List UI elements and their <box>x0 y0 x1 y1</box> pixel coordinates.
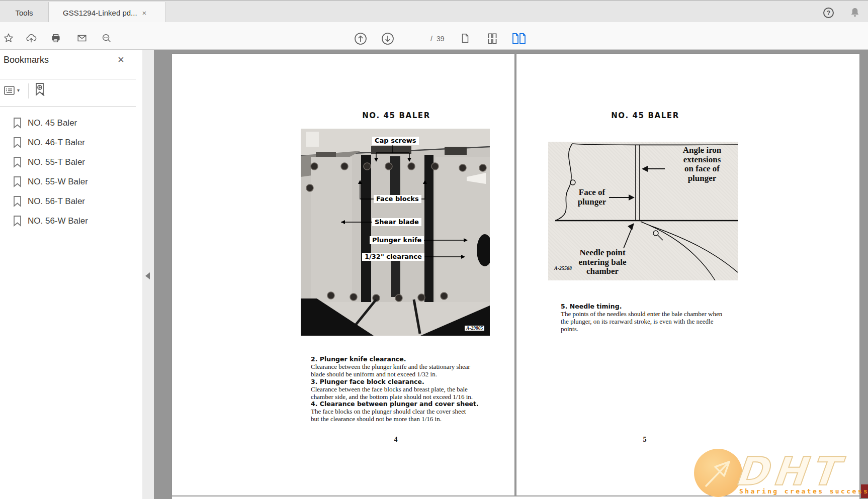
diagram-label-needle-point: Needle point entering bale chamber <box>572 248 633 276</box>
two-page-view-icon[interactable] <box>511 32 527 45</box>
watermark-slogan-text: Sharing creates success <box>739 487 868 495</box>
collapse-panel-icon[interactable] <box>145 272 150 279</box>
section-5-line: the plunger, on its rearward stroke, is … <box>561 318 736 326</box>
close-panel-icon[interactable]: × <box>118 54 124 65</box>
diagram-label-angle-iron: Angle iron extensions on face of plunger <box>669 146 735 183</box>
email-icon[interactable] <box>76 33 88 44</box>
bookmark-item-no-46t-baler[interactable]: NO. 46-T Baler <box>0 133 142 152</box>
section-3-line: chamber side, and the bottom plate shoul… <box>311 393 486 401</box>
bookmark-label: NO. 56-W Baler <box>28 216 88 226</box>
page5-text: 5. Needle timing. The points of the need… <box>561 303 736 333</box>
photo-label-clearance: 1/32" clearance <box>362 253 424 261</box>
page-total: 39 <box>437 35 445 43</box>
bookmarks-panel: Bookmarks × ▾ NO. 45 Baler NO. 46-T Bale… <box>0 50 142 499</box>
tab-tools-label: Tools <box>15 9 33 17</box>
photo-figure-id: A-29805 <box>465 326 484 331</box>
pdf-page-5: NO. 45 BALER <box>516 54 859 495</box>
bookmark-label: NO. 56-T Baler <box>28 196 85 207</box>
bookmark-item-no-56w-baler[interactable]: NO. 56-W Baler <box>0 211 142 231</box>
toolbar-separator <box>28 83 29 98</box>
bookmark-label: NO. 46-T Baler <box>28 138 85 148</box>
bookmark-label: NO. 45 Baler <box>28 118 77 128</box>
favorites-star-icon[interactable] <box>3 33 14 44</box>
section-5-line: The points of the needles should enter t… <box>561 311 736 318</box>
panel-divider-line <box>0 79 136 79</box>
baler-photo-figure: Cap screws Face blocks Shear blade Plung… <box>301 129 490 336</box>
section-2-line: Clearance between the plunger knife and … <box>311 363 486 371</box>
bookmark-label: NO. 55-T Baler <box>28 157 85 167</box>
page5-title: NO. 45 BALER <box>585 111 706 120</box>
section-2-heading: 2. Plunger knife clearance. <box>311 356 486 363</box>
print-icon[interactable] <box>50 33 61 44</box>
notifications-bell-icon[interactable] <box>849 7 861 20</box>
section-5-line: points. <box>561 326 736 333</box>
bookmark-label: NO. 55-W Baler <box>28 177 88 187</box>
search-zoom-icon[interactable] <box>101 33 112 44</box>
section-3-line: Clearance between the face blocks and br… <box>311 386 486 393</box>
tab-close-icon[interactable]: × <box>142 9 147 17</box>
panel-divider-line <box>0 106 136 107</box>
photo-label-cap-screws: Cap screws <box>372 137 419 145</box>
section-4-line: but the clearance should not be more tha… <box>311 416 486 423</box>
diagram-figure-id: A-25568 <box>554 265 572 271</box>
bookmark-item-no-55w-baler[interactable]: NO. 55-W Baler <box>0 172 142 191</box>
section-2-line: blade should be uniform and not exceed 1… <box>311 371 486 378</box>
page5-number: 5 <box>594 436 695 444</box>
previous-page-icon[interactable] <box>354 32 367 45</box>
share-upload-icon[interactable] <box>26 33 37 44</box>
tab-tools[interactable]: Tools <box>0 2 48 23</box>
bookmarks-panel-title: Bookmarks <box>4 55 49 65</box>
page4-number: 4 <box>345 436 446 444</box>
next-page-icon[interactable] <box>381 32 394 45</box>
help-icon[interactable]: ? <box>823 8 834 18</box>
tab-document-label: GSS1294-Linked pd... <box>63 9 137 17</box>
section-3-heading: 3. Plunger face block clearance. <box>311 378 486 386</box>
document-area[interactable]: NO. 45 BALER <box>154 50 868 499</box>
scrolling-view-icon[interactable] <box>486 32 499 45</box>
main-toolbar: / 39 <box>0 22 868 50</box>
bookmark-options-icon[interactable] <box>3 84 16 96</box>
page4-text: 2. Plunger knife clearance. Clearance be… <box>311 356 486 423</box>
needle-timing-diagram: Angle iron extensions on face of plunger… <box>548 142 738 280</box>
pdf-page-4: NO. 45 BALER <box>172 54 514 495</box>
bookmark-item-no-45-baler[interactable]: NO. 45 Baler <box>0 113 142 133</box>
section-4-heading: 4. Clearance between plunger and cover s… <box>311 401 486 408</box>
goto-current-bookmark-icon[interactable] <box>33 82 47 98</box>
photo-label-plunger-knife: Plunger knife <box>370 236 424 244</box>
photo-label-shear-blade: Shear blade <box>372 218 421 226</box>
options-caret-icon[interactable]: ▾ <box>17 87 20 93</box>
photo-label-face-blocks: Face blocks <box>374 195 421 203</box>
panel-resize-divider[interactable] <box>142 50 154 499</box>
page-separator: / <box>430 35 432 43</box>
section-5-heading: 5. Needle timing. <box>561 303 736 311</box>
section-4-line: The face blocks on the plunger should cl… <box>311 408 486 416</box>
next-spread-edge <box>172 496 859 499</box>
page4-title: NO. 45 BALER <box>336 111 457 120</box>
bookmark-item-no-56t-baler[interactable]: NO. 56-T Baler <box>0 191 142 211</box>
tab-bar: Tools GSS1294-Linked pd... × ? <box>0 0 868 22</box>
diagram-label-face-of-plunger: Face of plunger <box>572 188 612 207</box>
tab-document[interactable]: GSS1294-Linked pd... × <box>48 2 166 23</box>
bookmark-item-no-55t-baler[interactable]: NO. 55-T Baler <box>0 152 142 172</box>
single-page-view-icon[interactable] <box>460 33 471 44</box>
